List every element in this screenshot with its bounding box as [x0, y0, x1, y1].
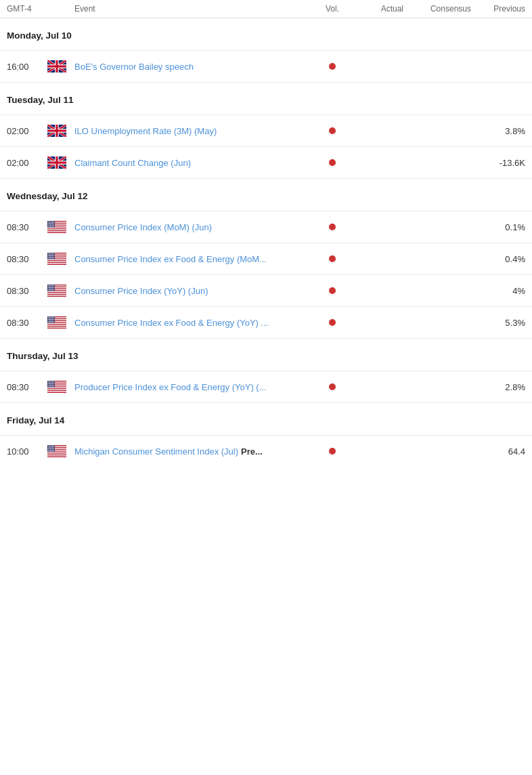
- volatility-dot: [329, 159, 336, 166]
- previous-value: 64.4: [471, 446, 525, 457]
- svg-point-74: [53, 253, 54, 254]
- svg-point-233: [49, 451, 49, 451]
- event-link[interactable]: Michigan Consumer Sentiment Index (Jul): [74, 446, 238, 457]
- event-link[interactable]: Producer Price Index ex Food & Energy (Y…: [74, 382, 267, 392]
- svg-rect-17: [47, 129, 66, 131]
- svg-point-52: [53, 224, 53, 225]
- svg-point-178: [52, 381, 53, 382]
- svg-point-148: [53, 318, 53, 318]
- event-name[interactable]: Consumer Price Index (MoM) (Jun): [74, 222, 315, 232]
- svg-rect-136: [47, 323, 66, 324]
- svg-rect-67: [47, 261, 66, 261]
- svg-point-159: [49, 321, 50, 322]
- svg-point-73: [52, 253, 53, 254]
- svg-point-145: [49, 318, 49, 318]
- svg-point-55: [51, 226, 51, 226]
- svg-point-188: [53, 383, 54, 384]
- svg-point-94: [50, 258, 51, 259]
- header-timezone: GMT-4: [7, 4, 47, 14]
- table-row: 08:30 Consumer Price In: [0, 307, 532, 339]
- event-link[interactable]: Consumer Price Index (YoY) (Jun): [74, 286, 208, 296]
- table-row: 10:00 Michigan Consumer: [0, 436, 532, 467]
- svg-point-184: [48, 383, 49, 384]
- event-name[interactable]: BoE's Governor Bailey speech: [74, 62, 315, 72]
- previous-value: 0.1%: [471, 222, 525, 232]
- svg-point-210: [48, 446, 49, 446]
- svg-point-212: [51, 446, 51, 446]
- svg-rect-138: [47, 327, 66, 327]
- event-link[interactable]: Consumer Price Index (MoM) (Jun): [74, 222, 212, 232]
- vol-indicator: [315, 383, 349, 390]
- svg-point-129: [50, 290, 51, 291]
- svg-point-87: [53, 256, 53, 257]
- event-name[interactable]: Producer Price Index ex Food & Energy (Y…: [74, 382, 315, 392]
- svg-point-218: [53, 446, 53, 447]
- svg-point-189: [49, 384, 49, 385]
- event-name[interactable]: Michigan Consumer Sentiment Index (Jul)P…: [74, 446, 315, 457]
- svg-point-229: [49, 450, 50, 451]
- svg-point-72: [51, 253, 51, 254]
- svg-point-77: [51, 254, 52, 255]
- svg-point-223: [53, 448, 54, 448]
- svg-point-61: [53, 226, 53, 227]
- svg-point-236: [53, 451, 53, 451]
- svg-rect-102: [47, 293, 66, 293]
- vol-indicator: [315, 287, 349, 294]
- event-name[interactable]: Claimant Count Change (Jun): [74, 158, 315, 168]
- svg-point-41: [50, 222, 51, 223]
- svg-point-130: [51, 290, 52, 291]
- svg-point-153: [53, 319, 54, 320]
- event-link[interactable]: ILO Unemployment Rate (3M) (May): [74, 126, 217, 136]
- svg-point-181: [50, 382, 51, 383]
- svg-rect-101: [47, 291, 66, 292]
- previous-value: 0.4%: [471, 254, 525, 264]
- svg-rect-66: [47, 259, 66, 260]
- svg-rect-26: [47, 161, 66, 163]
- svg-rect-33: [47, 231, 66, 232]
- svg-rect-103: [47, 295, 66, 295]
- svg-point-91: [52, 257, 53, 258]
- svg-point-50: [50, 224, 51, 225]
- svg-point-192: [53, 384, 53, 385]
- event-bold-label: Pre...: [241, 446, 263, 457]
- svg-point-142: [51, 317, 51, 318]
- svg-point-195: [51, 385, 51, 386]
- event-name[interactable]: Consumer Price Index ex Food & Energy (M…: [74, 254, 315, 264]
- event-link[interactable]: Consumer Price Index ex Food & Energy (M…: [74, 254, 267, 264]
- svg-point-126: [52, 289, 53, 290]
- svg-point-196: [52, 385, 53, 386]
- svg-point-56: [52, 226, 53, 226]
- event-time: 02:00: [7, 126, 47, 136]
- event-name[interactable]: Consumer Price Index (YoY) (Jun): [74, 286, 315, 296]
- table-row: 08:30 Consumer Price In: [0, 275, 532, 307]
- event-name[interactable]: Consumer Price Index ex Food & Energy (Y…: [74, 318, 315, 328]
- svg-point-149: [48, 319, 49, 320]
- svg-point-216: [50, 446, 51, 447]
- svg-point-225: [50, 448, 51, 449]
- svg-point-191: [51, 384, 52, 385]
- svg-point-183: [53, 382, 53, 383]
- svg-point-85: [50, 256, 51, 257]
- previous-value: -13.6K: [471, 158, 525, 168]
- svg-point-108: [52, 285, 53, 286]
- svg-point-119: [49, 288, 49, 289]
- event-link[interactable]: Consumer Price Index ex Food & Energy (Y…: [74, 318, 268, 328]
- svg-point-36: [49, 222, 50, 222]
- svg-point-83: [53, 255, 54, 256]
- svg-point-105: [48, 285, 49, 286]
- volatility-dot: [329, 383, 336, 390]
- header-actual: Actual: [349, 4, 403, 14]
- svg-point-78: [53, 254, 53, 255]
- svg-point-120: [50, 288, 51, 289]
- svg-point-193: [48, 385, 49, 386]
- svg-point-185: [49, 383, 50, 384]
- svg-point-140: [48, 317, 49, 318]
- event-name[interactable]: ILO Unemployment Rate (3M) (May): [74, 126, 315, 136]
- day-header-2: Wednesday, Jul 12: [0, 179, 532, 211]
- svg-point-109: [53, 285, 54, 286]
- event-link[interactable]: Claimant Count Change (Jun): [74, 158, 191, 168]
- svg-rect-206: [47, 452, 66, 453]
- svg-point-146: [50, 318, 51, 318]
- event-link[interactable]: BoE's Governor Bailey speech: [74, 62, 194, 72]
- svg-point-45: [49, 224, 50, 224]
